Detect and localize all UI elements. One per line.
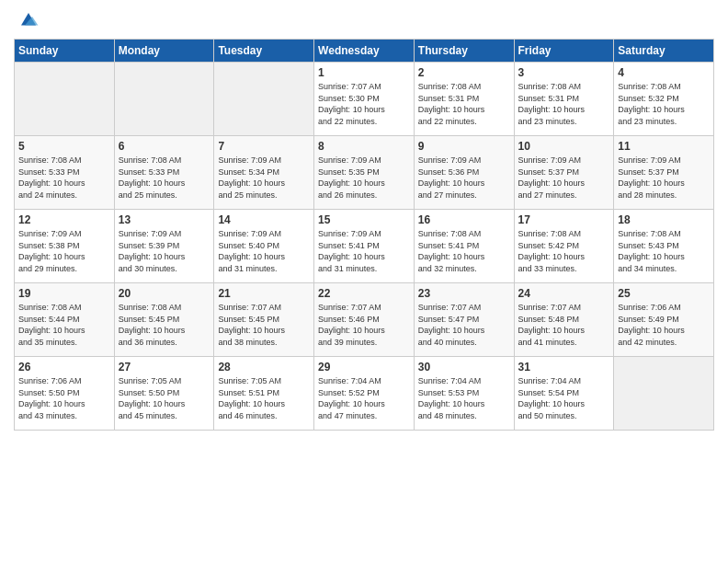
day-number: 8 <box>318 140 410 153</box>
weekday-header: Wednesday <box>314 40 415 63</box>
calendar-cell: 25Sunrise: 7:06 AM Sunset: 5:49 PM Dayli… <box>614 283 714 357</box>
calendar-cell: 11Sunrise: 7:09 AM Sunset: 5:37 PM Dayli… <box>614 136 714 210</box>
day-info: Sunrise: 7:08 AM Sunset: 5:42 PM Dayligh… <box>518 228 610 274</box>
calendar-cell: 18Sunrise: 7:08 AM Sunset: 5:43 PM Dayli… <box>614 210 714 283</box>
day-info: Sunrise: 7:09 AM Sunset: 5:38 PM Dayligh… <box>18 228 110 274</box>
calendar-cell: 8Sunrise: 7:09 AM Sunset: 5:35 PM Daylig… <box>314 136 415 210</box>
calendar-cell: 15Sunrise: 7:09 AM Sunset: 5:41 PM Dayli… <box>314 210 415 283</box>
calendar-cell: 19Sunrise: 7:08 AM Sunset: 5:44 PM Dayli… <box>15 283 115 357</box>
logo <box>14 9 40 31</box>
day-number: 14 <box>218 213 310 226</box>
calendar-cell: 20Sunrise: 7:08 AM Sunset: 5:45 PM Dayli… <box>114 283 214 357</box>
day-number: 7 <box>218 140 310 153</box>
day-number: 26 <box>18 361 110 373</box>
day-number: 27 <box>119 361 210 373</box>
day-number: 20 <box>119 287 210 300</box>
calendar-cell: 30Sunrise: 7:04 AM Sunset: 5:53 PM Dayli… <box>414 357 514 431</box>
day-info: Sunrise: 7:04 AM Sunset: 5:53 PM Dayligh… <box>418 375 510 421</box>
day-info: Sunrise: 7:07 AM Sunset: 5:45 PM Dayligh… <box>218 302 310 348</box>
day-info: Sunrise: 7:09 AM Sunset: 5:40 PM Dayligh… <box>218 228 310 274</box>
calendar-week: 5Sunrise: 7:08 AM Sunset: 5:33 PM Daylig… <box>15 136 714 210</box>
day-number: 11 <box>618 140 710 153</box>
calendar-cell: 22Sunrise: 7:07 AM Sunset: 5:46 PM Dayli… <box>314 283 415 357</box>
day-info: Sunrise: 7:07 AM Sunset: 5:46 PM Dayligh… <box>318 302 410 348</box>
day-number: 25 <box>618 287 710 300</box>
weekday-row: SundayMondayTuesdayWednesdayThursdayFrid… <box>15 40 714 63</box>
calendar-cell: 24Sunrise: 7:07 AM Sunset: 5:48 PM Dayli… <box>514 283 614 357</box>
calendar-cell: 9Sunrise: 7:09 AM Sunset: 5:36 PM Daylig… <box>414 136 514 210</box>
day-number: 17 <box>518 213 610 226</box>
calendar-cell: 28Sunrise: 7:05 AM Sunset: 5:51 PM Dayli… <box>214 357 314 431</box>
calendar-cell: 12Sunrise: 7:09 AM Sunset: 5:38 PM Dayli… <box>15 210 115 283</box>
calendar-week: 1Sunrise: 7:07 AM Sunset: 5:30 PM Daylig… <box>15 63 714 136</box>
weekday-header: Thursday <box>414 40 514 63</box>
day-info: Sunrise: 7:04 AM Sunset: 5:52 PM Dayligh… <box>318 375 410 421</box>
day-info: Sunrise: 7:09 AM Sunset: 5:35 PM Dayligh… <box>318 155 410 201</box>
calendar-cell: 27Sunrise: 7:05 AM Sunset: 5:50 PM Dayli… <box>114 357 214 431</box>
day-info: Sunrise: 7:09 AM Sunset: 5:34 PM Dayligh… <box>218 155 310 201</box>
day-number: 22 <box>318 287 410 300</box>
day-number: 15 <box>318 213 410 226</box>
page: SundayMondayTuesdayWednesdayThursdayFrid… <box>0 0 728 563</box>
day-info: Sunrise: 7:04 AM Sunset: 5:54 PM Dayligh… <box>518 375 610 421</box>
day-number: 9 <box>418 140 510 153</box>
day-info: Sunrise: 7:09 AM Sunset: 5:37 PM Dayligh… <box>518 155 610 201</box>
weekday-header: Sunday <box>15 40 115 63</box>
calendar-cell: 14Sunrise: 7:09 AM Sunset: 5:40 PM Dayli… <box>214 210 314 283</box>
day-number: 4 <box>618 66 710 79</box>
day-number: 28 <box>218 361 310 373</box>
header <box>14 9 714 31</box>
day-info: Sunrise: 7:07 AM Sunset: 5:47 PM Dayligh… <box>418 302 510 348</box>
calendar-cell <box>214 63 314 136</box>
day-info: Sunrise: 7:08 AM Sunset: 5:31 PM Dayligh… <box>518 81 610 127</box>
calendar-cell: 1Sunrise: 7:07 AM Sunset: 5:30 PM Daylig… <box>314 63 415 136</box>
calendar-cell: 23Sunrise: 7:07 AM Sunset: 5:47 PM Dayli… <box>414 283 514 357</box>
day-number: 21 <box>218 287 310 300</box>
day-number: 31 <box>518 361 610 373</box>
day-info: Sunrise: 7:08 AM Sunset: 5:33 PM Dayligh… <box>18 155 110 201</box>
day-number: 13 <box>119 213 210 226</box>
day-info: Sunrise: 7:09 AM Sunset: 5:39 PM Dayligh… <box>119 228 210 274</box>
weekday-header: Tuesday <box>214 40 314 63</box>
calendar-cell: 3Sunrise: 7:08 AM Sunset: 5:31 PM Daylig… <box>514 63 614 136</box>
day-info: Sunrise: 7:08 AM Sunset: 5:31 PM Dayligh… <box>418 81 510 127</box>
day-number: 6 <box>119 140 210 153</box>
calendar-cell: 13Sunrise: 7:09 AM Sunset: 5:39 PM Dayli… <box>114 210 214 283</box>
day-info: Sunrise: 7:08 AM Sunset: 5:45 PM Dayligh… <box>119 302 210 348</box>
day-info: Sunrise: 7:06 AM Sunset: 5:49 PM Dayligh… <box>618 302 710 348</box>
day-info: Sunrise: 7:09 AM Sunset: 5:41 PM Dayligh… <box>318 228 410 274</box>
weekday-header: Monday <box>114 40 214 63</box>
calendar-cell: 6Sunrise: 7:08 AM Sunset: 5:33 PM Daylig… <box>114 136 214 210</box>
calendar-header: SundayMondayTuesdayWednesdayThursdayFrid… <box>15 40 714 63</box>
calendar-cell: 7Sunrise: 7:09 AM Sunset: 5:34 PM Daylig… <box>214 136 314 210</box>
day-info: Sunrise: 7:05 AM Sunset: 5:51 PM Dayligh… <box>218 375 310 421</box>
calendar-cell <box>614 357 714 431</box>
day-number: 29 <box>318 361 410 373</box>
day-number: 2 <box>418 66 510 79</box>
calendar-week: 12Sunrise: 7:09 AM Sunset: 5:38 PM Dayli… <box>15 210 714 283</box>
calendar-cell: 10Sunrise: 7:09 AM Sunset: 5:37 PM Dayli… <box>514 136 614 210</box>
day-number: 18 <box>618 213 710 226</box>
day-number: 23 <box>418 287 510 300</box>
calendar-week: 19Sunrise: 7:08 AM Sunset: 5:44 PM Dayli… <box>15 283 714 357</box>
day-number: 5 <box>18 140 110 153</box>
calendar-cell: 26Sunrise: 7:06 AM Sunset: 5:50 PM Dayli… <box>15 357 115 431</box>
day-info: Sunrise: 7:06 AM Sunset: 5:50 PM Dayligh… <box>18 375 110 421</box>
day-number: 3 <box>518 66 610 79</box>
day-info: Sunrise: 7:08 AM Sunset: 5:44 PM Dayligh… <box>18 302 110 348</box>
day-info: Sunrise: 7:09 AM Sunset: 5:37 PM Dayligh… <box>618 155 710 201</box>
day-number: 16 <box>418 213 510 226</box>
day-info: Sunrise: 7:09 AM Sunset: 5:36 PM Dayligh… <box>418 155 510 201</box>
calendar-cell: 5Sunrise: 7:08 AM Sunset: 5:33 PM Daylig… <box>15 136 115 210</box>
day-info: Sunrise: 7:05 AM Sunset: 5:50 PM Dayligh… <box>119 375 210 421</box>
day-info: Sunrise: 7:07 AM Sunset: 5:30 PM Dayligh… <box>318 81 410 127</box>
calendar-cell: 31Sunrise: 7:04 AM Sunset: 5:54 PM Dayli… <box>514 357 614 431</box>
day-number: 24 <box>518 287 610 300</box>
calendar: SundayMondayTuesdayWednesdayThursdayFrid… <box>14 39 714 431</box>
day-number: 19 <box>18 287 110 300</box>
calendar-cell: 17Sunrise: 7:08 AM Sunset: 5:42 PM Dayli… <box>514 210 614 283</box>
day-info: Sunrise: 7:08 AM Sunset: 5:41 PM Dayligh… <box>418 228 510 274</box>
calendar-cell: 21Sunrise: 7:07 AM Sunset: 5:45 PM Dayli… <box>214 283 314 357</box>
calendar-cell: 16Sunrise: 7:08 AM Sunset: 5:41 PM Dayli… <box>414 210 514 283</box>
calendar-cell <box>114 63 214 136</box>
